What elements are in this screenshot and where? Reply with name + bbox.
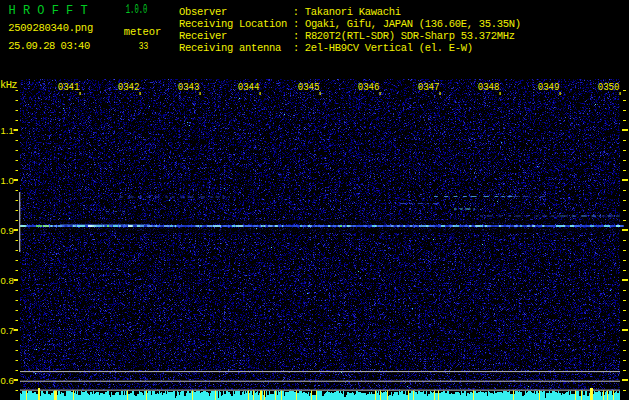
svg-text:0.7: 0.7 — [1, 325, 14, 336]
svg-text:Observer : Takanori: Observer : Takanori Kawachi — [179, 6, 401, 18]
svg-text:H R O F F T: H R O F F T — [9, 3, 88, 18]
svg-text:0350: 0350 — [598, 81, 620, 93]
svg-text:0.6: 0.6 — [1, 375, 14, 386]
svg-text:0345: 0345 — [298, 81, 320, 93]
svg-text:0.9: 0.9 — [1, 225, 14, 236]
svg-text:meteor: meteor — [124, 26, 162, 38]
svg-text:0343: 0343 — [178, 81, 200, 93]
svg-text:0344: 0344 — [238, 81, 260, 93]
svg-text:0349: 0349 — [538, 81, 560, 93]
svg-text:0341: 0341 — [58, 81, 80, 93]
svg-text:1.1: 1.1 — [1, 125, 14, 136]
svg-text:33: 33 — [139, 40, 149, 52]
svg-text:Receiver : R820T2(RT: Receiver : R820T2(RTL-SDR) SDR-Sharp 53.… — [179, 30, 515, 42]
svg-text:0342: 0342 — [118, 81, 140, 93]
svg-text:Receiving Location : Ogaki, Gi: Receiving Location : Ogaki, Gifu, JAPAN … — [179, 18, 521, 30]
svg-text:25.09.28 03:40: 25.09.28 03:40 — [8, 40, 90, 52]
svg-text:0.8: 0.8 — [1, 275, 14, 286]
svg-text:0348: 0348 — [478, 81, 500, 93]
svg-text:kHz: kHz — [0, 79, 18, 91]
svg-text:1.0.0: 1.0.0 — [126, 3, 148, 17]
svg-text:0347: 0347 — [418, 81, 440, 93]
svg-text:2509280340.png: 2509280340.png — [8, 22, 93, 34]
svg-text:Receiving antenna : 2el-HB9CV: Receiving antenna : 2el-HB9CV Vertical (… — [179, 42, 473, 54]
svg-text:1.0: 1.0 — [1, 175, 14, 186]
svg-text:0346: 0346 — [358, 81, 380, 93]
